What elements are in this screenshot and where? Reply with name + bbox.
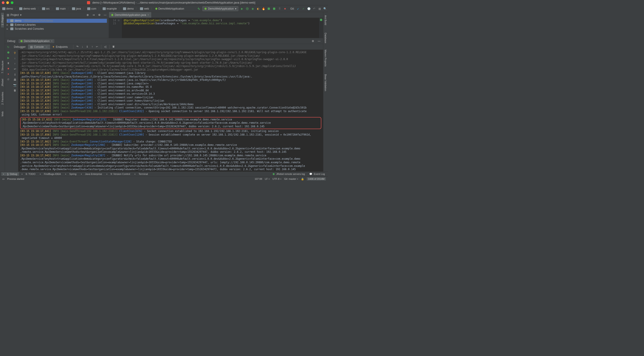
editor-content[interactable]: 14 15 ⊟ @SpringBootApplication(scanBaseP…	[109, 18, 323, 38]
dropdown-icon[interactable]: ▾	[20, 13, 22, 16]
step-over-icon[interactable]: ↷	[76, 45, 79, 48]
hide-icon[interactable]: —	[103, 13, 107, 17]
breadcrumb-item[interactable]: web	[139, 7, 150, 11]
collapse-icon[interactable]: ⇥	[92, 13, 95, 17]
bottom-tab[interactable]: ▪9: Version Control	[105, 172, 132, 176]
breadcrumb-item[interactable]: com	[86, 7, 97, 11]
breadcrumb-item[interactable]: example	[102, 7, 118, 11]
step-into-icon[interactable]: ↓	[80, 45, 84, 48]
tab-endpoints[interactable]: ✦ Endpoints	[50, 44, 70, 49]
cursor-position[interactable]: 107:88	[255, 178, 262, 180]
log-line: .jar:/Users/linjian/.m2/repository/org/s…	[20, 54, 321, 58]
editor-tab-demo[interactable]: ⬢ DemoWebApplication.java ×	[109, 12, 152, 18]
tree-item[interactable]: ▸Scratches and Consoles	[7, 27, 107, 31]
stop-icon[interactable]: ■	[6, 67, 10, 70]
tree-item[interactable]: ▸External Libraries	[7, 23, 107, 27]
gear-icon[interactable]: ⚙	[98, 13, 101, 17]
force-step-into-icon[interactable]: ⇓	[86, 45, 89, 48]
jrebel-log-tab[interactable]: ⬢JRebel remote servers log	[271, 172, 306, 176]
gear-icon[interactable]: ⚙	[311, 39, 314, 43]
bottom-tab[interactable]: ▪FindBugs-IDEA	[38, 172, 62, 176]
tab-debugger[interactable]: Debugger	[12, 44, 28, 49]
lock-icon[interactable]: 🔒	[301, 178, 304, 180]
close-icon[interactable]: ×	[148, 13, 149, 16]
evaluate-icon[interactable]: 🖩	[112, 45, 116, 48]
side-tab-favorites[interactable]: 2: Favorites	[1, 91, 4, 106]
scroll-end-icon[interactable]: ⤓	[13, 73, 17, 76]
bottom-tab[interactable]: ▪5: Debug	[1, 172, 19, 176]
target-icon[interactable]: ⊕	[86, 13, 90, 17]
git-branch[interactable]: Git: master ÷	[284, 178, 298, 180]
bottom-tab[interactable]: ▪6: TODO	[20, 172, 37, 176]
drop-frame-icon[interactable]: ⤺	[95, 45, 99, 48]
mute-bp-icon[interactable]: ⊘	[6, 77, 10, 81]
stop-button[interactable]: ■	[283, 7, 287, 10]
soft-wrap-icon[interactable]: ↩	[13, 67, 17, 71]
debug-button[interactable]	[246, 7, 249, 10]
bottom-tab[interactable]: ▪Terminal	[133, 172, 150, 176]
code-area[interactable]: @SpringBootApplication(scanBasePackages …	[122, 18, 319, 38]
side-tab-web[interactable]: Web	[1, 107, 4, 121]
close-icon[interactable]: ×	[51, 39, 52, 43]
clear-icon[interactable]: 🗑	[13, 89, 17, 92]
rerun-icon[interactable]: ↻	[6, 45, 10, 49]
side-tab-maven[interactable]: Maven Projects	[324, 47, 327, 69]
encoding[interactable]: UTF-8 ÷	[272, 178, 281, 180]
breadcrumb-item[interactable]: demo	[122, 7, 134, 11]
run-to-cursor-icon[interactable]: ▹|	[104, 45, 107, 48]
up-icon[interactable]: ↑	[13, 62, 17, 65]
close-window[interactable]	[2, 1, 4, 4]
breadcrumb-item[interactable]: src	[41, 7, 50, 11]
actions-icon[interactable]: ⠿	[278, 7, 281, 10]
camera-icon[interactable]: 📷	[13, 83, 17, 87]
side-tab-jrebel[interactable]: JRebel	[1, 75, 4, 90]
status-icon[interactable]: ▭	[2, 178, 4, 180]
log-line: .m2/repository/org/stt4j/stt4j-api/1./.2…	[20, 51, 321, 54]
attach-icon[interactable]: ⚲	[13, 51, 17, 55]
jrebel-debug-icon[interactable]	[272, 7, 276, 10]
breadcrumb-item[interactable]: java	[71, 7, 82, 11]
jrebel-icon[interactable]: ⬢	[6, 51, 10, 54]
vcs-commit-icon[interactable]: ✓	[302, 7, 305, 10]
bottom-tab[interactable]: ▪Spring	[64, 172, 78, 176]
tab-console[interactable]: ▤ Console →	[28, 44, 50, 49]
bottom-tab[interactable]: ▪Java Enterprise	[79, 172, 104, 176]
build-icon[interactable]	[197, 7, 200, 10]
side-tab-structure[interactable]: 7: Structure	[1, 60, 4, 74]
side-tab-bean[interactable]: Bean Validation	[324, 72, 327, 94]
print-icon[interactable]: 🖶	[13, 78, 17, 82]
side-tab-project[interactable]: 1: Project	[1, 13, 4, 27]
pause-icon[interactable]: ⏸	[6, 61, 10, 65]
vcs-update-icon[interactable]: ↙	[296, 7, 300, 10]
step-out-icon[interactable]: ↑	[90, 45, 94, 48]
side-tab-database[interactable]: Database	[324, 27, 327, 49]
hide-icon[interactable]: —	[317, 39, 321, 43]
vcs-history-icon[interactable]: 🕓	[307, 7, 310, 10]
run-button[interactable]: ▶	[240, 7, 244, 10]
jrebel-run-icon[interactable]	[267, 7, 270, 10]
breadcrumb-item[interactable]: demo	[1, 7, 14, 11]
profile-button[interactable]: ◐	[256, 7, 260, 10]
down-icon[interactable]: ↓	[13, 56, 17, 60]
breadcrumb-item[interactable]: demo-web	[18, 7, 37, 11]
breadcrumb-item[interactable]: ⬢DemoWebApplication	[154, 7, 185, 11]
minimize-window[interactable]	[6, 1, 9, 4]
event-log-tab[interactable]: 💬Event Log	[308, 172, 327, 176]
fold-gutter[interactable]: ⊟	[118, 18, 122, 38]
tree-item[interactable]: ▾demo ~/Workspace/JAVA/demo	[7, 19, 107, 23]
coverage-button[interactable]: ◉	[251, 7, 254, 10]
log-line: [03-15 15:18:17,856] INFO [main-SendThre…	[20, 133, 321, 137]
breakpoints-icon[interactable]: ●	[6, 72, 10, 76]
flame-button[interactable]: 🔥	[262, 7, 265, 10]
ide-settings-icon[interactable]: ▦	[318, 7, 321, 10]
memory-indicator[interactable]: 1436 of 2014M	[307, 177, 326, 180]
project-tree[interactable]: ▾demo ~/Workspace/JAVA/demo▸External Lib…	[5, 18, 109, 32]
line-sep[interactable]: LF ÷	[265, 178, 270, 180]
console-controls: ⚲ ↓ ↑ ↩ ⤓ 🖶 📷 🗑	[12, 50, 18, 172]
maximize-window[interactable]	[11, 1, 14, 4]
console-output[interactable]: .m2/repository/org/stt4j/stt4j-api/1./.2…	[18, 50, 323, 172]
vcs-revert-icon[interactable]: ↶	[312, 7, 316, 10]
resume-icon[interactable]: ▶	[6, 56, 10, 60]
run-config-selector[interactable]: ⬢ DemoWebApplication ▾	[202, 6, 238, 11]
breadcrumb-item[interactable]: main	[55, 7, 67, 11]
